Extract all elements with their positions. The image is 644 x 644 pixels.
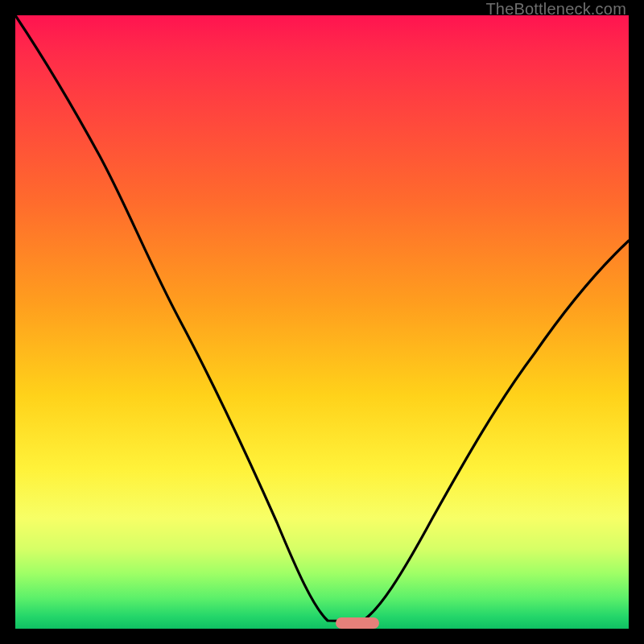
plot-area — [15, 15, 629, 629]
watermark-label: TheBottleneck.com — [485, 0, 626, 18]
bottleneck-curve — [15, 15, 629, 629]
trough-marker — [336, 617, 379, 629]
chart-frame: TheBottleneck.com — [0, 0, 644, 644]
